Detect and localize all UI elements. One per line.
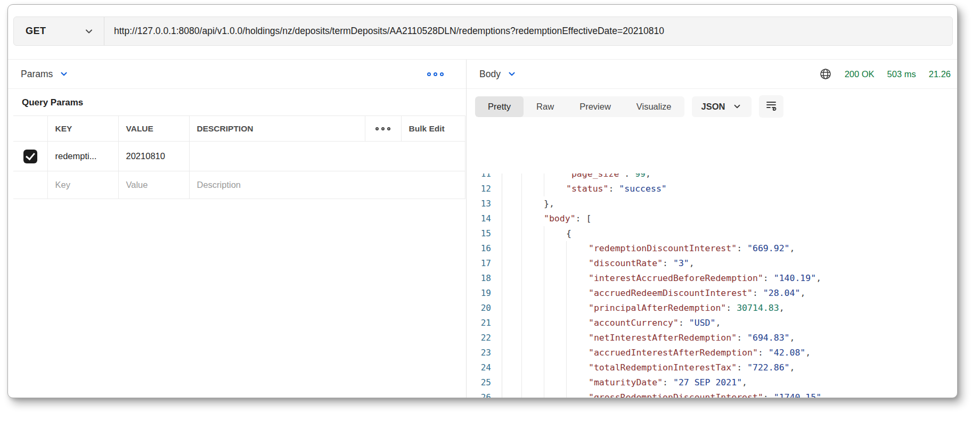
indent-guide bbox=[544, 271, 566, 286]
param-key-cell[interactable]: redempti... bbox=[47, 142, 118, 171]
token-key: "discountRate" bbox=[589, 256, 663, 271]
token-string: "669.92" bbox=[747, 241, 789, 256]
indent-guide bbox=[566, 316, 589, 331]
params-header: Params bbox=[8, 60, 466, 89]
response-body-viewer[interactable]: 11"page_size": 99,12"status": "success"1… bbox=[467, 174, 957, 398]
token-punct: , bbox=[646, 174, 651, 181]
tab-preview[interactable]: Preview bbox=[567, 96, 624, 117]
indent-guide bbox=[521, 256, 544, 271]
chevron-down-icon bbox=[84, 26, 94, 37]
query-params-title: Query Params bbox=[22, 97, 466, 108]
checkbox-checked-icon[interactable] bbox=[23, 150, 37, 163]
indent-guide bbox=[544, 390, 566, 398]
indent-guide bbox=[566, 271, 589, 286]
param-value-input[interactable]: Value bbox=[118, 171, 189, 199]
indent-guide bbox=[544, 286, 566, 301]
request-bar: GET http://127.0.0.1:8080/api/v1.0.0/hol… bbox=[13, 16, 953, 46]
split-panels: Params Query Params KEY VALUE DESCRIPTIO… bbox=[8, 59, 957, 398]
code-line: 14"body": [ bbox=[467, 211, 957, 226]
bulk-edit-button[interactable]: Bulk Edit bbox=[401, 116, 465, 142]
token-punct: { bbox=[566, 226, 571, 241]
token-punct: : bbox=[737, 360, 747, 375]
indent-guide bbox=[566, 360, 589, 375]
token-string: "694.83" bbox=[747, 331, 789, 345]
token-punct: , bbox=[689, 256, 695, 271]
tab-visualize[interactable]: Visualize bbox=[624, 96, 684, 117]
code-text: }, bbox=[502, 196, 554, 211]
indent-guide bbox=[544, 181, 566, 196]
param-value-cell[interactable]: 20210810 bbox=[118, 142, 189, 171]
token-punct: }, bbox=[544, 196, 554, 211]
token-key: "page_size" bbox=[566, 174, 624, 181]
code-line: 20"principalAfterRedemption": 30714.83, bbox=[467, 301, 957, 316]
code-text: "principalAfterRedemption": 30714.83, bbox=[502, 301, 785, 316]
code-line: 11"page_size": 99, bbox=[467, 174, 957, 181]
indent-guide bbox=[521, 375, 544, 390]
params-more-icon[interactable] bbox=[427, 72, 444, 76]
response-toolbar: PrettyRawPreviewVisualize JSON bbox=[475, 95, 957, 118]
response-time[interactable]: 503 ms bbox=[887, 69, 916, 79]
format-dropdown[interactable]: JSON bbox=[692, 96, 752, 117]
token-punct: : bbox=[737, 241, 747, 256]
indent-guide bbox=[566, 286, 589, 301]
view-tabs: PrettyRawPreviewVisualize bbox=[475, 96, 684, 117]
response-panel: Body 200 OK 503 ms 21.26 bbox=[466, 60, 957, 398]
token-key: "status" bbox=[566, 181, 608, 196]
status-badge[interactable]: 200 OK bbox=[845, 69, 875, 79]
param-description-cell[interactable] bbox=[189, 142, 465, 171]
code-text: "interestAccruedBeforeRedemption": "140.… bbox=[502, 271, 821, 286]
code-line: 24"totalRedemptionInterestTax": "722.86"… bbox=[467, 360, 957, 375]
token-punct: , bbox=[816, 271, 821, 286]
indent-guide bbox=[566, 241, 589, 256]
indent-guide bbox=[566, 345, 589, 360]
token-string: "722.86" bbox=[747, 360, 789, 375]
code-line: 18"interestAccruedBeforeRedemption": "14… bbox=[467, 271, 957, 286]
header-checkbox-cell bbox=[13, 116, 47, 142]
indent-guide bbox=[544, 375, 566, 390]
chevron-down-icon[interactable] bbox=[59, 69, 69, 79]
header-more-icon[interactable] bbox=[365, 116, 401, 142]
wrap-lines-icon bbox=[765, 99, 778, 114]
indent-guide bbox=[521, 241, 544, 256]
token-punct: : bbox=[663, 256, 673, 271]
token-key: "principalAfterRedemption" bbox=[589, 301, 726, 316]
params-title[interactable]: Params bbox=[21, 69, 53, 80]
chevron-down-icon[interactable] bbox=[507, 69, 517, 79]
line-number: 18 bbox=[467, 271, 502, 286]
indent-guide bbox=[521, 345, 544, 360]
header-description: DESCRIPTION bbox=[189, 116, 365, 142]
placeholder-checkbox-cell bbox=[13, 171, 47, 199]
indent-guide bbox=[544, 345, 566, 360]
tab-raw[interactable]: Raw bbox=[524, 96, 567, 117]
token-key: "maturityDate" bbox=[589, 375, 663, 390]
code-text: "body": [ bbox=[502, 211, 591, 226]
tab-pretty[interactable]: Pretty bbox=[475, 96, 524, 117]
indent-guide bbox=[521, 211, 544, 226]
token-punct: : bbox=[758, 345, 769, 360]
token-punct: , bbox=[790, 331, 795, 345]
param-description-input[interactable]: Description bbox=[189, 171, 465, 199]
method-dropdown[interactable]: GET bbox=[14, 17, 104, 45]
header-value: VALUE bbox=[118, 116, 189, 142]
response-size[interactable]: 21.26 bbox=[929, 69, 951, 79]
indent-guide bbox=[521, 301, 544, 316]
param-placeholder-row: Key Value Description bbox=[13, 171, 465, 199]
indent-guide bbox=[521, 226, 544, 241]
code-line: 12"status": "success" bbox=[467, 181, 957, 196]
response-header: Body 200 OK 503 ms 21.26 bbox=[467, 60, 957, 89]
code-line: 26"grossRedemptionDiscountInterest": "17… bbox=[467, 390, 957, 398]
indent-guide bbox=[521, 174, 544, 181]
indent-guide bbox=[544, 316, 566, 331]
token-punct: : bbox=[608, 181, 619, 196]
url-input[interactable]: http://127.0.0.1:8080/api/v1.0.0/holding… bbox=[104, 17, 952, 45]
indent-guide bbox=[566, 390, 589, 398]
token-punct: , bbox=[742, 375, 747, 390]
indent-guide bbox=[566, 375, 589, 390]
globe-icon[interactable] bbox=[819, 68, 832, 80]
param-key-input[interactable]: Key bbox=[47, 171, 118, 199]
line-number: 19 bbox=[467, 286, 502, 301]
line-number: 17 bbox=[467, 256, 502, 271]
wrap-lines-button[interactable] bbox=[759, 95, 783, 118]
body-title[interactable]: Body bbox=[479, 69, 501, 80]
token-punct: , bbox=[800, 286, 805, 301]
